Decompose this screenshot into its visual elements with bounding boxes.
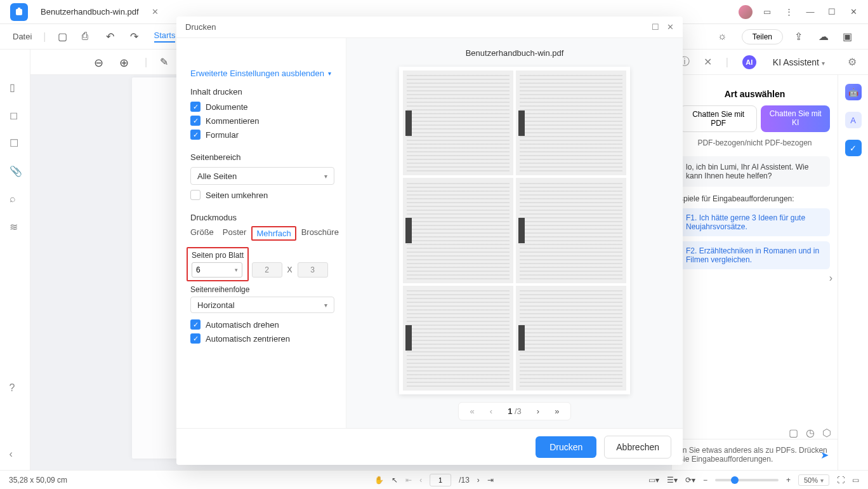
order-label: Seitenreihenfolge — [190, 285, 334, 294]
chk-formular[interactable]: ✓Formular — [190, 130, 334, 140]
preview-title: Benutzerhandbuch-win.pdf — [466, 48, 564, 58]
preview-page — [399, 67, 630, 394]
chevron-down-icon: ▾ — [324, 302, 327, 309]
page-order-select[interactable]: Horizontal ▾ — [190, 297, 334, 313]
pager-prev-icon[interactable]: ‹ — [490, 406, 492, 416]
x-label: X — [287, 265, 293, 274]
tab-multi[interactable]: Mehrfach — [256, 229, 291, 238]
pager-next-icon[interactable]: › — [537, 406, 539, 416]
cancel-button[interactable]: Abbrechen — [604, 436, 671, 459]
chk-reverse[interactable]: Seiten umkehren — [190, 190, 334, 200]
chk-dokumente[interactable]: ✓Dokumente — [190, 102, 334, 112]
spb-value: 6 — [196, 265, 201, 274]
chk-auto-rotate-label: Automatisch drehen — [206, 320, 279, 330]
pager-total: /3 — [515, 406, 522, 416]
chevron-down-icon: ▾ — [235, 267, 238, 273]
chk-dokumente-label: Dokumente — [206, 102, 247, 112]
tab-size[interactable]: Größe — [190, 227, 214, 239]
page-range-value: Alle Seiten — [197, 171, 237, 181]
chevron-down-icon: ▾ — [328, 70, 331, 77]
thumb-3 — [403, 178, 513, 283]
mode-tabs: Größe Poster Mehrfach Broschüre — [190, 227, 334, 239]
dialog-footer: Drucken Abbrechen — [176, 428, 683, 465]
pager-last-icon[interactable]: » — [555, 406, 559, 416]
dialog-title-bar: Drucken ☐ ✕ — [176, 17, 683, 38]
chevron-down-icon: ▾ — [324, 173, 327, 180]
thumb-2 — [516, 70, 626, 175]
chk-formular-label: Formular — [206, 130, 239, 140]
toggle-advanced-link[interactable]: Erweiterte Einstellungen ausblenden ▾ — [190, 69, 334, 78]
thumb-1 — [403, 70, 513, 175]
order-value: Horizontal — [197, 300, 235, 310]
thumb-5 — [403, 286, 513, 391]
chk-auto-rotate[interactable]: ✓Automatisch drehen — [190, 319, 334, 330]
rows-input — [298, 262, 328, 278]
print-dialog: Drucken ☐ ✕ Erweiterte Einstellungen aus… — [176, 17, 683, 465]
dialog-left-panel: Erweiterte Einstellungen ausblenden ▾ In… — [176, 38, 346, 428]
dialog-preview-panel: Benutzerhandbuch-win.pdf « ‹ 1 /3 › » — [346, 38, 683, 428]
chk-reverse-label: Seiten umkehren — [206, 191, 268, 200]
inhalt-label: Inhalt drucken — [190, 87, 334, 97]
pager-first-icon[interactable]: « — [470, 406, 475, 416]
print-button[interactable]: Drucken — [536, 436, 596, 458]
chk-auto-center-label: Automatisch zentrieren — [206, 334, 290, 344]
highlight-spb: Seiten pro Blatt 6 ▾ — [187, 247, 249, 281]
toggle-advanced-label: Erweiterte Einstellungen ausblenden — [190, 69, 324, 78]
tab-poster[interactable]: Poster — [223, 227, 247, 239]
pager-current: 1 — [508, 406, 512, 416]
preview-pager: « ‹ 1 /3 › » — [458, 402, 572, 420]
dialog-close-icon[interactable]: ✕ — [667, 22, 674, 32]
druckmodus-label: Druckmodus — [190, 213, 334, 222]
chk-kommentieren-label: Kommentieren — [206, 116, 260, 126]
dialog-title: Drucken — [185, 22, 216, 32]
chk-kommentieren[interactable]: ✓Kommentieren — [190, 116, 334, 126]
dialog-maximize-icon[interactable]: ☐ — [652, 22, 659, 32]
tab-book[interactable]: Broschüre — [301, 227, 339, 239]
pages-per-sheet-select[interactable]: 6 ▾ — [192, 262, 242, 278]
chk-auto-center[interactable]: ✓Automatisch zentrieren — [190, 333, 334, 344]
highlight-tab-multi: Mehrfach — [251, 226, 296, 241]
page-range-select[interactable]: Alle Seiten ▾ — [190, 167, 334, 185]
thumb-6 — [516, 286, 626, 391]
dialog-backdrop: Drucken ☐ ✕ Erweiterte Einstellungen aus… — [0, 0, 868, 489]
thumb-4 — [516, 178, 626, 283]
cols-input — [252, 262, 282, 278]
seitenbereich-label: Seitenbereich — [190, 152, 334, 162]
spb-label: Seiten pro Blatt — [192, 251, 244, 260]
